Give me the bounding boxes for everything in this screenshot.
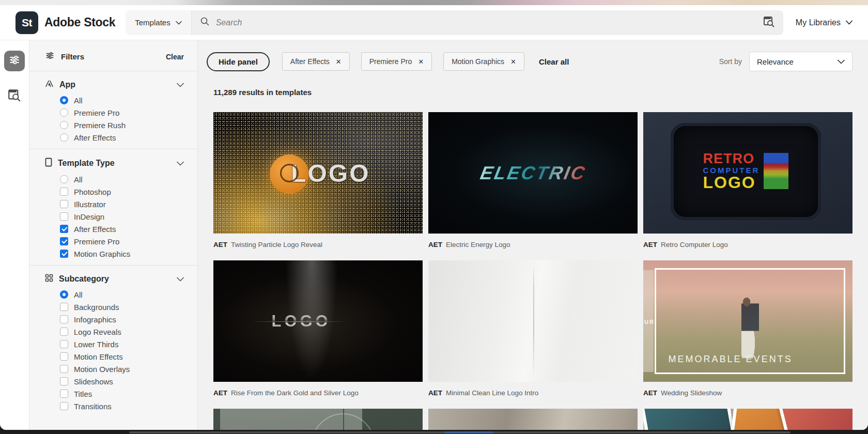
- template-badge: AET: [213, 241, 227, 249]
- checkbox-unchecked[interactable]: [60, 188, 68, 196]
- sort-select[interactable]: Relevance: [749, 52, 853, 71]
- filter-option[interactable]: Lower Thirds: [60, 340, 184, 348]
- filter-option[interactable]: After Effects: [60, 225, 184, 233]
- brand-title[interactable]: Adobe Stock: [44, 16, 115, 29]
- filter-section-header[interactable]: Template Type: [45, 158, 184, 169]
- my-libraries-dropdown[interactable]: My Libraries: [796, 18, 853, 27]
- template-title[interactable]: Rise From the Dark Gold and Silver Logo: [231, 389, 359, 397]
- checkbox-unchecked[interactable]: [60, 390, 68, 398]
- visual-search-button[interactable]: [4, 86, 25, 106]
- filters-title: Filters: [61, 52, 84, 61]
- filter-chip[interactable]: Premiere Pro ✕: [361, 52, 432, 71]
- chevron-down-icon: [838, 59, 845, 64]
- checkbox-unchecked[interactable]: [60, 352, 68, 361]
- filter-option[interactable]: Premiere Rush: [60, 121, 184, 129]
- template-card[interactable]: AETMinimal Clean Line Logo Intro: [428, 260, 638, 409]
- radio-unchecked[interactable]: [60, 133, 68, 142]
- filter-option[interactable]: All: [60, 96, 184, 104]
- template-thumbnail[interactable]: MEMORABLE EVENTSUR: [643, 260, 853, 382]
- adobe-stock-logo-icon[interactable]: St: [16, 11, 38, 34]
- filters-clear-button[interactable]: Clear: [166, 53, 184, 61]
- checkbox-checked[interactable]: [60, 237, 68, 245]
- filter-option[interactable]: Premiere Pro: [60, 237, 184, 245]
- template-card[interactable]: [213, 409, 423, 430]
- filter-option[interactable]: All: [60, 175, 184, 183]
- template-card[interactable]: RETROCOMPUTERLOGOAETRetro Computer Logo: [643, 112, 853, 260]
- template-card[interactable]: MEMORABLE EVENTSURAETWedding Slideshow: [643, 260, 853, 409]
- filter-chip[interactable]: After Effects ✕: [282, 52, 350, 71]
- chevron-down-icon[interactable]: [177, 80, 184, 89]
- checkbox-unchecked[interactable]: [60, 315, 68, 323]
- template-thumbnail[interactable]: ELECTRIC: [428, 112, 638, 234]
- template-title[interactable]: Retro Computer Logo: [661, 241, 728, 249]
- template-card[interactable]: LOGOAETRise From the Dark Gold and Silve…: [213, 260, 423, 409]
- image-search-icon[interactable]: [763, 16, 775, 29]
- filter-option[interactable]: All: [60, 290, 184, 299]
- checkbox-unchecked[interactable]: [60, 303, 68, 311]
- chevron-down-icon[interactable]: [177, 274, 184, 284]
- hide-panel-button[interactable]: Hide panel: [207, 52, 270, 71]
- close-icon[interactable]: ✕: [510, 58, 516, 65]
- filter-option[interactable]: Infographics: [60, 315, 184, 323]
- filter-option[interactable]: Photoshop: [60, 188, 184, 196]
- template-thumbnail[interactable]: [428, 260, 638, 382]
- template-title[interactable]: Minimal Clean Line Logo Intro: [446, 389, 538, 397]
- checkbox-checked[interactable]: [60, 225, 68, 233]
- filter-option[interactable]: After Effects: [60, 133, 184, 142]
- filter-option[interactable]: Slideshows: [60, 377, 184, 385]
- filters-panel: Filters Clear App All Premiere Pro Premi…: [29, 40, 198, 430]
- close-icon[interactable]: ✕: [418, 58, 424, 65]
- clear-all-button[interactable]: Clear all: [539, 57, 569, 66]
- filter-option[interactable]: Titles: [60, 390, 184, 398]
- filters-toggle-button[interactable]: [4, 51, 25, 71]
- filter-option[interactable]: Logo Reveals: [60, 328, 184, 336]
- checkbox-unchecked[interactable]: [60, 377, 68, 385]
- checkbox-unchecked[interactable]: [60, 200, 68, 208]
- close-icon[interactable]: ✕: [336, 58, 342, 65]
- chevron-down-icon[interactable]: [177, 159, 184, 168]
- template-title[interactable]: Wedding Slideshow: [661, 389, 722, 397]
- filter-option[interactable]: Premiere Pro: [60, 109, 184, 117]
- search-bar: [192, 10, 783, 35]
- radio-checked[interactable]: [60, 290, 68, 299]
- filter-section-header[interactable]: App: [45, 80, 184, 90]
- filter-section-header[interactable]: Subcategory: [45, 274, 184, 284]
- filter-option[interactable]: InDesign: [60, 212, 184, 221]
- template-card[interactable]: [643, 409, 853, 430]
- template-card[interactable]: LOGOAETTwisting Particle Logo Reveal: [213, 112, 423, 260]
- template-thumbnail[interactable]: [428, 409, 638, 430]
- template-thumbnail[interactable]: LOGO: [213, 260, 423, 382]
- checkbox-unchecked[interactable]: [60, 328, 68, 336]
- sort-controls: Sort by Relevance: [719, 52, 853, 71]
- filter-option[interactable]: Illustrator: [60, 200, 184, 208]
- checkbox-unchecked[interactable]: [60, 340, 68, 348]
- checkbox-checked[interactable]: [60, 250, 68, 258]
- radio-unchecked[interactable]: [60, 175, 68, 183]
- template-thumbnail[interactable]: [643, 409, 853, 430]
- template-thumbnail[interactable]: RETROCOMPUTERLOGO: [643, 112, 853, 234]
- checkbox-unchecked[interactable]: [60, 402, 68, 410]
- filter-option[interactable]: Motion Graphics: [60, 250, 184, 258]
- search-input[interactable]: [216, 18, 757, 27]
- template-title[interactable]: Twisting Particle Logo Reveal: [231, 241, 322, 249]
- radio-unchecked[interactable]: [60, 109, 68, 117]
- checkbox-unchecked[interactable]: [60, 365, 68, 373]
- adobe-a-icon: [45, 80, 54, 90]
- filter-option[interactable]: Motion Overlays: [60, 365, 184, 373]
- photo-snapshot: [774, 409, 853, 430]
- filter-sections: App All Premiere Pro Premiere Rush After…: [29, 71, 197, 417]
- filter-option[interactable]: Backgrounds: [60, 303, 184, 311]
- radio-checked[interactable]: [60, 96, 68, 104]
- filter-option[interactable]: Transitions: [60, 402, 184, 410]
- template-card[interactable]: [428, 409, 638, 430]
- template-thumbnail[interactable]: LOGO: [213, 112, 423, 234]
- template-card[interactable]: ELECTRICAETElectric Energy Logo: [428, 112, 638, 260]
- template-thumbnail[interactable]: [213, 409, 423, 430]
- checkbox-unchecked[interactable]: [60, 212, 68, 221]
- filter-chip[interactable]: Motion Graphics ✕: [443, 52, 524, 71]
- filter-option[interactable]: Motion Effects: [60, 352, 184, 361]
- active-filter-chips: After Effects ✕ Premiere Pro ✕ Motion Gr…: [282, 52, 524, 71]
- template-title[interactable]: Electric Energy Logo: [446, 241, 510, 249]
- radio-unchecked[interactable]: [60, 121, 68, 129]
- category-dropdown[interactable]: Templates: [126, 10, 191, 35]
